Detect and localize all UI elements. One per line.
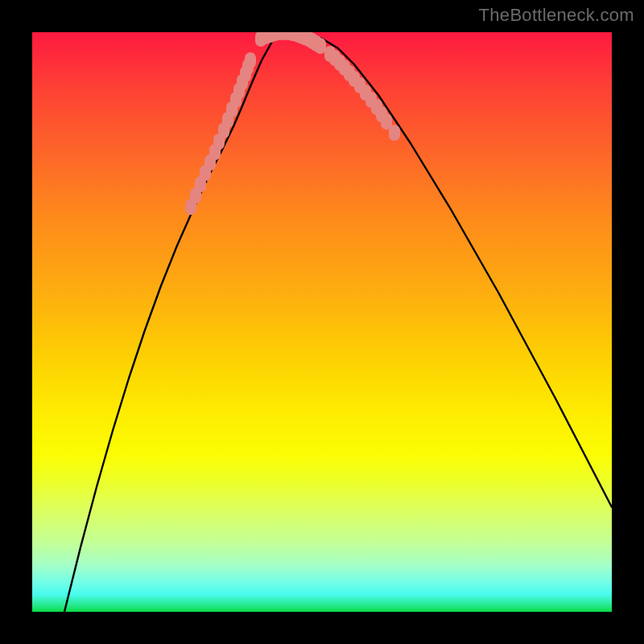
marker-pill [315,38,326,54]
right-marker-cluster [324,46,400,141]
marker-pill [389,125,400,141]
watermark-text: TheBottleneck.com [479,5,634,26]
plot-area [32,32,612,612]
chart-svg [32,32,612,612]
marker-pill [245,52,256,68]
chart-frame: TheBottleneck.com [0,0,644,644]
v-curve-path [64,32,612,612]
valley-marker-cluster [255,32,326,54]
left-marker-cluster [185,52,256,215]
